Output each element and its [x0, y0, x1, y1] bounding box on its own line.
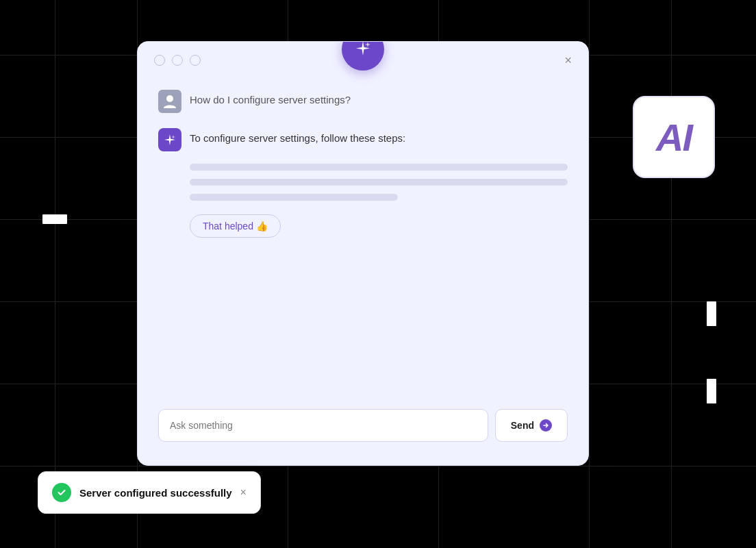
ai-response-icon	[158, 128, 181, 151]
user-icon	[164, 95, 176, 108]
send-arrow-icon	[540, 419, 552, 432]
connector-right-top	[707, 301, 716, 326]
sparkle-icon	[353, 41, 373, 60]
toast-success-icon	[52, 483, 71, 502]
v-line	[671, 0, 672, 548]
window-controls	[154, 55, 201, 66]
window-dot-3	[190, 55, 201, 66]
feedback-chip[interactable]: That helped 👍	[190, 214, 281, 238]
skeleton-line-3	[190, 194, 398, 201]
toast-close-button[interactable]: ×	[240, 486, 247, 499]
h-line	[0, 466, 756, 466]
send-button[interactable]: Send	[495, 409, 568, 442]
user-avatar	[158, 90, 181, 113]
user-message-text: How do I configure server settings?	[190, 90, 351, 105]
window-dot-1	[154, 55, 165, 66]
chat-input[interactable]	[158, 409, 488, 442]
user-message: How do I configure server settings?	[158, 90, 568, 113]
window-dot-2	[172, 55, 183, 66]
skeleton-line-1	[190, 164, 568, 171]
checkmark-icon	[57, 488, 66, 497]
send-label: Send	[511, 420, 534, 431]
skeleton-line-2	[190, 179, 568, 186]
ai-label: AI	[656, 115, 692, 160]
ai-message: To configure server settings, follow the…	[158, 128, 568, 151]
toast-message: Server configured successfully	[79, 487, 232, 499]
connector-left	[42, 214, 67, 224]
ai-response-text: To configure server settings, follow the…	[190, 128, 405, 144]
connector-right-bottom	[707, 379, 716, 403]
v-line	[589, 0, 590, 548]
toast-notification: Server configured successfully ×	[38, 471, 261, 514]
input-area: Send	[158, 409, 568, 445]
skeleton-lines	[190, 164, 568, 201]
ai-badge: AI	[633, 96, 715, 178]
close-button[interactable]: ×	[564, 54, 572, 66]
chat-window: × How do I configure server settings? To…	[137, 41, 589, 466]
arrow-icon	[542, 422, 549, 429]
svg-point-0	[166, 95, 173, 102]
v-line	[55, 0, 55, 548]
chat-content: How do I configure server settings? To c…	[138, 76, 588, 458]
ai-sparkle-icon	[164, 134, 176, 146]
